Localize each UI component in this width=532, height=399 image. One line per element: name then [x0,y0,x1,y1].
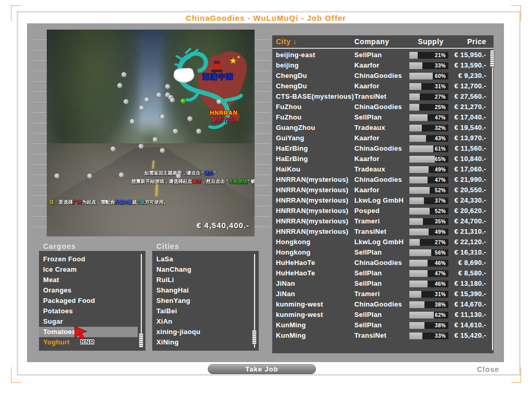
city-marker-dot[interactable] [152,137,158,142]
table-row[interactable]: JiNanSellPlan46%€ 13,180.- [272,278,494,289]
city-marker-dot[interactable] [139,105,144,111]
table-row[interactable]: FuZhouChinaGoodies25%€ 21,270.- [272,102,494,112]
cargo-item[interactable]: Frozen Food [39,254,145,264]
supply-percent: 49% [435,167,446,172]
supply-bar-fill [409,52,418,59]
column-header-supply[interactable]: Supply [409,37,452,46]
supply-bar-fill [409,281,428,287]
city-marker-dot[interactable] [118,172,124,178]
table-row[interactable]: HNRRAN(mysterious)Kaarfor52%€ 20,550.- [272,185,494,195]
supply-bar: 62% [409,312,448,318]
supply-percent: 27% [435,94,446,100]
table-row[interactable]: HaiKouTradeaux49%€ 17,060.- [272,164,494,175]
table-row[interactable]: HuHeHaoTeChinaGoodies46%€ 8,690.- [272,258,494,268]
table-scrollbar-thumb[interactable] [490,50,495,68]
city-item[interactable]: ShangHai [152,285,259,296]
table-row[interactable]: beijing-eastSellPlan21%€ 15,950.- [272,50,494,60]
cargo-item[interactable]: Packaged Food [39,296,145,306]
city-marker-dot[interactable] [129,118,135,124]
selected-city-marker-dot[interactable] [180,98,186,104]
city-marker-dot[interactable] [187,116,193,122]
city-marker-dot[interactable] [216,99,222,104]
city-item[interactable]: XiNing [152,337,259,348]
city-marker-dot[interactable] [196,128,202,134]
city-marker-dot[interactable] [172,128,178,134]
city-marker-dot[interactable] [110,146,116,152]
city-marker-dot[interactable] [159,114,165,119]
instruction-segment: 广州 [73,200,82,205]
column-header-city[interactable]: City ↓ [276,37,297,46]
close-button[interactable]: Close [477,365,499,374]
city-item[interactable]: LaSa [152,254,259,264]
table-row[interactable]: HNRRAN(mysterious)LkwLog GmbH37%€ 24,330… [272,195,494,206]
table-row[interactable]: HNRRAN(mysterious)Posped52%€ 20,620.- [272,206,494,216]
table-row[interactable]: CTS-BASE(mysterious)TransiNet27%€ 27,560… [272,91,494,102]
city-marker-dot[interactable] [159,148,165,153]
job-price: € 20,620.- [454,207,486,215]
table-row[interactable]: HaErBingChinaGoodies61%€ 11,560.- [272,143,494,154]
city-marker-dot[interactable] [87,173,92,179]
job-price: € 16,310.- [454,248,486,256]
column-header-price[interactable]: Price [467,37,486,46]
table-row[interactable]: KunMingSellPlan38%€ 14,610.- [272,320,494,330]
cargo-item[interactable]: Ice Cream [39,264,145,275]
job-price: € 13,590.- [454,61,486,69]
job-price: € 8,690.- [458,259,486,267]
job-city: kunming-west [276,311,323,318]
cargo-item[interactable]: Meat [39,275,145,285]
city-item[interactable]: TaiBei [152,306,259,316]
job-price: € 9,230.- [458,72,486,79]
city-marker-dot[interactable] [54,173,60,179]
table-row[interactable]: GuiYangKaarfor43%€ 13,970.- [272,133,494,143]
job-total-price: € 4,540,400.- [197,221,249,230]
city-marker-dot[interactable] [165,84,170,89]
city-marker-dot[interactable] [176,173,181,179]
city-marker-dot[interactable] [117,83,123,88]
city-item[interactable]: NanChang [152,264,259,275]
supply-bar: 31% [409,291,448,298]
table-row[interactable]: ChengDuChinaGoodies60%€ 9,230.- [272,71,494,81]
table-row[interactable]: ChengDuKaarfor31%€ 12,700.- [272,81,494,91]
table-row[interactable]: beijingKaarfor33%€ 13,590.- [272,60,494,71]
cargo-scrollbar-thumb[interactable] [139,333,143,348]
table-row[interactable]: HNRRAN(mysterious)TransiNet49%€ 21,310.- [272,227,494,237]
city-marker-dot[interactable] [121,72,127,77]
job-price: € 24,330.- [454,196,486,204]
table-row[interactable]: HaErBingKaarfor65%€ 10,840.- [272,154,494,164]
city-item[interactable]: RuiLi [152,275,259,285]
cargo-item[interactable]: Sugar [39,316,145,327]
city-item[interactable]: ShenYang [152,296,259,306]
table-row[interactable]: KunMingTransiNet33%€ 15,420.- [272,330,494,341]
city-scrollbar-thumb[interactable] [252,330,257,344]
supply-bar-fill [409,291,421,298]
table-row[interactable]: HNRRAN(mysterious)Trameri35%€ 24,700.- [272,216,494,227]
take-job-button[interactable]: Take Job [208,364,316,374]
job-price: € 14,610.- [454,321,486,329]
table-row[interactable]: HuHeHaoTeSellPlan47%€ 8,580.- [272,268,494,278]
city-marker-dot[interactable] [169,97,175,103]
job-company: SellPlan [354,280,382,287]
supply-percent: 43% [435,136,446,141]
cargo-item[interactable]: Oranges [39,285,145,296]
city-marker-dot[interactable] [144,97,150,102]
city-item[interactable]: XiAn [152,316,259,327]
instruction-line: 想重新开始游戏，请选择起点城市，然后点击 “开始游戏” 畅游中国！ [131,178,255,185]
table-row[interactable]: kunming-westChinaGoodies38%€ 14,670.- [272,299,494,310]
table-row[interactable]: GuangZhouTradeaux32%€ 19,540.- [272,123,494,133]
city-marker-dot[interactable] [156,92,162,98]
supply-percent: 32% [435,125,446,131]
table-scrollbar-track[interactable] [492,51,493,350]
table-row[interactable]: HNRRAN(mysterious)ChinaGoodies47%€ 21,99… [272,175,494,185]
table-row[interactable]: HongkongSellPlan56%€ 16,310.- [272,247,494,258]
job-company: SellPlan [354,113,382,121]
city-marker-dot[interactable] [138,143,144,149]
table-row[interactable]: HongkongLkwLog GmbH27%€ 22,120.- [272,237,494,247]
city-item[interactable]: xining-jiaoqu [152,327,259,337]
table-row[interactable]: kunming-westSellPlan62%€ 11,130.- [272,310,494,320]
city-marker-dot[interactable] [123,99,129,104]
route-map-picture[interactable]: ★ ★ 逛满中国 HNRRAN 魅力作品 如需返回主题画面，请点击 “退出”想重… [47,30,255,236]
cargo-item[interactable]: Potatoes [39,306,145,316]
table-row[interactable]: JiNanTrameri31%€ 15,390.- [272,289,494,299]
table-row[interactable]: FuZhouSellPlan47%€ 17,040.- [272,112,494,123]
column-header-company[interactable]: Company [354,37,389,46]
